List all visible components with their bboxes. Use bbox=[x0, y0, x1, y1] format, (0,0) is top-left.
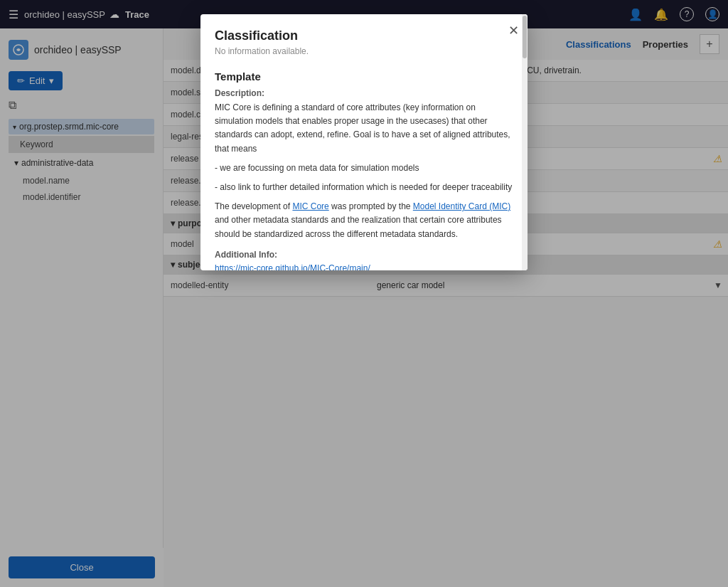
modal-bullet2: - also link to further detailed informat… bbox=[215, 181, 513, 194]
modal-paragraph2: The development of MIC Core was prompted… bbox=[215, 200, 513, 241]
modal-description-text: MIC Core is defining a standard of core … bbox=[215, 101, 513, 156]
modal-overlay[interactable]: Classification No information available.… bbox=[0, 0, 728, 587]
modal-additional-label: Additional Info: bbox=[215, 250, 513, 260]
scrollbar-thumb bbox=[523, 16, 527, 58]
model-identity-link: Model Identity Card (MIC) bbox=[413, 201, 510, 211]
modal-description-label: Description: bbox=[215, 88, 513, 98]
modal-bullet1: - we are focussing on meta data for simu… bbox=[215, 162, 513, 175]
mic-link: MIC Core bbox=[292, 201, 328, 211]
modal-subtitle: No information available. bbox=[215, 46, 513, 56]
modal-title: Classification bbox=[215, 28, 513, 43]
modal-close-button[interactable]: ✕ bbox=[508, 23, 519, 38]
modal-section-title: Template bbox=[215, 70, 513, 83]
modal-body: Template Description: MIC Core is defini… bbox=[200, 62, 528, 270]
modal-scrollbar[interactable] bbox=[522, 14, 528, 270]
modal-header: Classification No information available. bbox=[200, 14, 528, 62]
modal-link[interactable]: https://mic-core.github.io/MIC-Core/main… bbox=[215, 263, 370, 270]
classification-modal: Classification No information available.… bbox=[200, 14, 528, 270]
